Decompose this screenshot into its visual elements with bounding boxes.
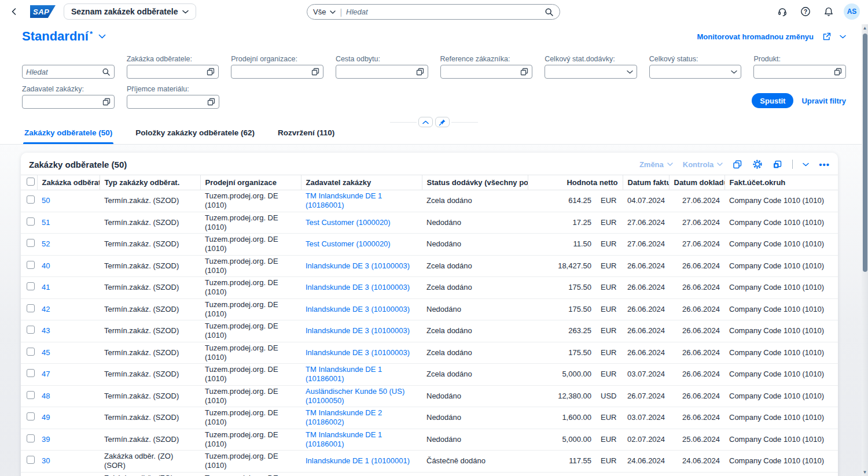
app-title-menu[interactable]: Seznam zakázek odběratele — [64, 3, 196, 20]
share-icon[interactable] — [822, 32, 832, 42]
scroll-down-arrow[interactable]: ▼ — [862, 470, 868, 475]
overflow-menu-button[interactable]: ••• — [819, 160, 830, 169]
tab-0[interactable]: Zakázky odběratele (50) — [23, 128, 113, 144]
order-link[interactable]: 52 — [42, 239, 50, 248]
order-link[interactable]: 51 — [42, 218, 50, 227]
sold-to-link[interactable]: TM Inlandskunde DE 1 (10186001) — [306, 430, 382, 448]
filter-input[interactable] — [336, 65, 428, 79]
monitor-mass-change-link[interactable]: Monitorovat hromadnou změnyu — [697, 32, 814, 41]
sold-to-link[interactable]: Ausländischer Kunde 50 (US) (10100050) — [306, 387, 404, 405]
column-header[interactable]: Prodejní organizace — [200, 175, 301, 190]
control-menu-button[interactable]: Kontrola — [683, 160, 723, 169]
value-help-icon[interactable] — [207, 68, 215, 76]
search-input[interactable]: Hledat — [346, 8, 540, 16]
change-menu-button[interactable]: Změna — [639, 160, 673, 169]
row-checkbox[interactable] — [27, 195, 35, 204]
order-link[interactable]: 50 — [42, 196, 50, 205]
value-help-icon[interactable] — [102, 98, 111, 106]
select-all-checkbox[interactable] — [27, 178, 35, 186]
back-button[interactable] — [6, 3, 22, 20]
filter-input[interactable] — [545, 65, 637, 79]
value-help-icon[interactable] — [416, 68, 424, 76]
go-button[interactable]: Spustit — [752, 93, 793, 108]
value-help-icon[interactable] — [207, 98, 215, 106]
notifications-button[interactable] — [821, 3, 837, 20]
column-header[interactable]: Zakázka odběratele — [37, 175, 100, 190]
chevron-down-icon[interactable] — [330, 10, 336, 14]
filter-input[interactable] — [127, 95, 219, 109]
row-checkbox[interactable] — [27, 456, 35, 464]
sold-to-link[interactable]: Inlandskunde DE 3 (10100003) — [306, 326, 410, 335]
column-header[interactable]: Hodnota netto — [528, 175, 623, 190]
chevron-down-icon[interactable] — [840, 35, 846, 39]
user-avatar[interactable]: AS — [844, 3, 860, 20]
filter-input[interactable] — [22, 95, 115, 109]
sold-to-link[interactable]: Inlandskunde DE 3 (10100003) — [306, 305, 410, 313]
search-icon[interactable] — [545, 8, 554, 17]
row-checkbox[interactable] — [27, 261, 35, 269]
column-header[interactable]: Zadavatel zakázky — [301, 175, 422, 190]
chevron-down-icon[interactable] — [731, 70, 737, 74]
value-help-icon[interactable] — [834, 68, 842, 76]
column-header[interactable]: Datum faktury — [623, 175, 669, 190]
value-help-icon[interactable] — [520, 68, 528, 76]
page-scrollbar[interactable]: ▲ ▼ — [862, 24, 868, 476]
order-link[interactable]: 42 — [42, 305, 50, 313]
filter-input[interactable] — [649, 65, 742, 79]
sold-to-link[interactable]: Test Customer (1000020) — [306, 239, 391, 248]
order-link[interactable]: 47 — [42, 370, 50, 378]
sold-to-link[interactable]: TM Inlandskunde DE 1 (10186001) — [306, 365, 382, 383]
scroll-up-arrow[interactable]: ▲ — [862, 25, 868, 31]
collapse-header-button[interactable] — [418, 117, 433, 127]
sold-to-link[interactable]: TM Inlandskunde DE 1 (10186001) — [306, 191, 382, 209]
row-checkbox[interactable] — [27, 412, 35, 420]
sold-to-link[interactable]: TM Inlandskunde DE 2 (10186002) — [306, 408, 382, 426]
global-search[interactable]: Vše | Hledat — [307, 4, 560, 20]
search-scope-select[interactable]: Vše — [313, 8, 326, 16]
help-button[interactable]: ? — [797, 3, 814, 20]
row-checkbox[interactable] — [27, 369, 35, 377]
row-checkbox[interactable] — [27, 434, 35, 442]
scrollbar-thumb[interactable] — [863, 34, 867, 272]
column-header[interactable]: Typ zakázky odběrat. — [100, 175, 200, 190]
sold-to-link[interactable]: Inlandskunde DE 1 (10100001) — [306, 456, 410, 465]
filter-input[interactable] — [753, 65, 846, 79]
order-link[interactable]: 43 — [42, 326, 50, 335]
filter-input[interactable] — [231, 65, 323, 79]
row-checkbox[interactable] — [27, 348, 35, 356]
table-settings-button[interactable] — [752, 159, 763, 169]
row-checkbox[interactable] — [27, 326, 35, 334]
order-link[interactable]: 40 — [42, 261, 50, 270]
filter-input[interactable] — [440, 65, 533, 79]
adapt-filters-link[interactable]: Upravit filtry — [801, 97, 846, 105]
chevron-down-icon[interactable] — [98, 34, 106, 39]
order-link[interactable]: 30 — [42, 456, 50, 465]
order-link[interactable]: 48 — [42, 392, 50, 400]
sold-to-link[interactable]: Inlandskunde DE 3 (10100003) — [306, 348, 410, 357]
column-header[interactable]: Fakt.účet.okruh — [724, 175, 838, 190]
row-checkbox[interactable] — [27, 239, 35, 247]
row-checkbox[interactable] — [27, 217, 35, 226]
filter-search-input[interactable]: Hledat — [22, 65, 115, 79]
sold-to-link[interactable]: Inlandskunde DE 3 (10100003) — [306, 283, 410, 291]
variant-selector[interactable]: Standardní * — [22, 29, 106, 44]
chevron-down-icon[interactable] — [627, 70, 633, 74]
order-link[interactable]: 41 — [42, 283, 50, 291]
sold-to-link[interactable]: Inlandskunde DE 3 (10100003) — [306, 261, 410, 270]
sap-logo[interactable]: SAP — [30, 5, 56, 18]
order-link[interactable]: 45 — [42, 348, 50, 357]
column-header[interactable]: Status dodávky (všechny položky) — [422, 175, 528, 190]
column-header[interactable]: Datum dokladu — [669, 175, 724, 190]
row-checkbox[interactable] — [27, 391, 35, 399]
order-link[interactable]: 39 — [42, 435, 50, 444]
search-icon[interactable] — [102, 68, 111, 76]
value-help-icon[interactable] — [311, 68, 319, 76]
row-checkbox[interactable] — [27, 304, 35, 312]
sold-to-link[interactable]: Test Customer (1000020) — [306, 218, 391, 227]
tab-1[interactable]: Položky zakázky odběratele (62) — [134, 128, 256, 144]
tab-2[interactable]: Rozvržení (110) — [277, 128, 336, 144]
order-link[interactable]: 49 — [42, 413, 50, 422]
export-button[interactable] — [773, 160, 782, 169]
row-checkbox[interactable] — [27, 282, 35, 290]
pin-header-button[interactable] — [435, 117, 450, 127]
